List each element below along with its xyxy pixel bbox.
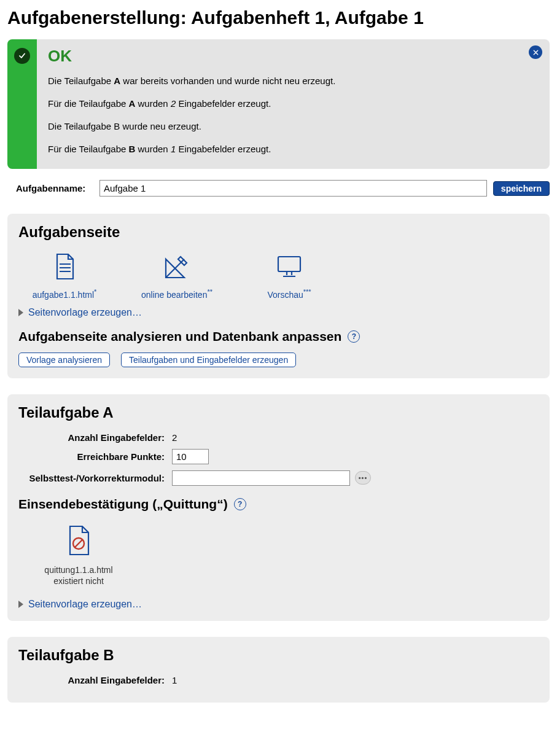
points-input[interactable] [172, 449, 209, 464]
alert-line-1: Die Teilaufgabe A war bereits vorhanden … [48, 74, 539, 87]
svg-rect-0 [278, 257, 300, 271]
receipt-heading: Einsendebestätigung („Quittung“) [18, 497, 228, 512]
close-icon[interactable] [529, 45, 542, 59]
fields-count-value-b: 1 [172, 675, 177, 685]
check-icon [14, 48, 30, 64]
file-missing-icon [64, 524, 93, 564]
module-browse-button[interactable]: ••• [355, 471, 371, 485]
points-label: Erreichbare Punkte: [18, 451, 172, 462]
receipt-file-missing: quittung1.1.a.html existiert nicht [36, 524, 122, 587]
task-name-input[interactable] [99, 180, 487, 197]
document-icon [50, 252, 79, 283]
generate-template-toggle[interactable]: Seitenvorlage erzeugen… [18, 307, 539, 318]
edit-icon [162, 252, 192, 283]
module-label: Selbsttest-/Vorkorrekturmodul: [18, 473, 172, 483]
edit-online-link[interactable]: online bearbeiten** [141, 252, 212, 300]
analyze-heading: Aufgabenseite analysieren und Datenbank … [18, 329, 341, 344]
generate-template-toggle-a[interactable]: Seitenvorlage erzeugen… [18, 599, 539, 610]
preview-link[interactable]: Vorschau*** [255, 252, 323, 300]
teilaufgabe-a-panel: Teilaufgabe A Anzahl Eingabefelder: 2 Er… [7, 394, 550, 622]
aufgabenseite-panel: Aufgabenseite aufgabe1.1.html* online be… [7, 214, 550, 378]
help-icon[interactable]: ? [234, 498, 246, 510]
alert-ok: OK Die Teilaufgabe A war bereits vorhand… [7, 39, 550, 169]
analyze-template-button[interactable]: Vorlage analysieren [18, 353, 110, 367]
teilaufgabe-b-panel: Teilaufgabe B Anzahl Eingabefelder: 1 [7, 637, 550, 703]
chevron-right-icon [18, 601, 23, 608]
html-file-link[interactable]: aufgabe1.1.html* [31, 252, 98, 300]
help-icon[interactable]: ? [348, 330, 360, 343]
teilaufgabe-b-title: Teilaufgabe B [18, 647, 539, 664]
receipt-filename: quittung1.1.a.html [44, 564, 112, 575]
alert-line-2: Für die Teilaufgabe A wurden 2 Eingabefe… [48, 97, 539, 110]
aufgabenseite-title: Aufgabenseite [18, 224, 539, 241]
task-name-label: Aufgabenname: [7, 183, 93, 193]
fields-count-label: Anzahl Eingabefelder: [18, 432, 172, 443]
alert-line-4: Für die Teilaufgabe B wurden 1 Eingabefe… [48, 142, 539, 155]
receipt-missing-text: existiert nicht [53, 575, 104, 586]
save-button[interactable]: speichern [493, 181, 550, 196]
module-input[interactable] [172, 470, 350, 486]
fields-count-value: 2 [172, 432, 177, 443]
fields-count-label-b: Anzahl Eingabefelder: [18, 675, 172, 685]
monitor-icon [275, 252, 304, 283]
chevron-right-icon [18, 309, 23, 316]
alert-line-3: Die Teilaufgabe B wurde neu erzeugt. [48, 120, 539, 133]
alert-accent-bar [7, 39, 37, 169]
create-subtasks-button[interactable]: Teilaufgaben und Eingabefelder erzeugen [121, 353, 296, 367]
alert-title: OK [48, 47, 539, 66]
teilaufgabe-a-title: Teilaufgabe A [18, 404, 539, 421]
page-title: Aufgabenerstellung: Aufgabenheft 1, Aufg… [7, 7, 550, 28]
